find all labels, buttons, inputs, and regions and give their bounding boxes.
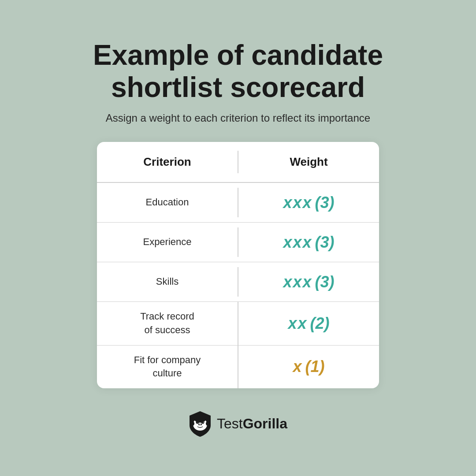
weight-x-experience: xxx — [283, 233, 312, 252]
subtitle: Assign a weight to each criterion to ref… — [106, 112, 370, 124]
table-header: Criterion Weight — [97, 142, 379, 183]
weight-num-track-record: (2) — [310, 314, 330, 333]
brand-footer: TestGorilla — [189, 410, 287, 437]
svg-point-6 — [198, 424, 200, 425]
brand-name-plain: Test — [217, 416, 243, 431]
weight-education: xxx (3) — [238, 186, 379, 220]
brand-name: TestGorilla — [217, 416, 287, 432]
criterion-skills: Skills — [97, 267, 238, 297]
svg-point-10 — [194, 414, 206, 423]
weight-x-education: xxx — [283, 193, 312, 212]
table-row: Track recordof success xx (2) — [97, 302, 379, 346]
weight-experience: xxx (3) — [238, 225, 379, 260]
table-row: Experience xxx (3) — [97, 223, 379, 262]
weight-skills: xxx (3) — [238, 265, 379, 299]
table-row: Education xxx (3) — [97, 183, 379, 223]
weight-x-track-record: xx — [288, 314, 307, 333]
header-criterion: Criterion — [97, 151, 238, 173]
weight-num-education: (3) — [315, 193, 335, 212]
scorecard-table: Criterion Weight Education xxx (3) Exper… — [97, 142, 379, 388]
weight-culture: x (1) — [238, 350, 379, 384]
brand-logo-icon — [189, 410, 212, 437]
svg-point-7 — [201, 424, 202, 425]
page-container: Example of candidate shortlist scorecard… — [0, 0, 476, 476]
weight-num-experience: (3) — [315, 233, 335, 252]
weight-num-skills: (3) — [315, 273, 335, 291]
weight-track-record: xx (2) — [238, 306, 379, 341]
main-title: Example of candidate shortlist scorecard — [62, 39, 414, 104]
table-row: Fit for companyculture x (1) — [97, 346, 379, 389]
brand-name-bold: Gorilla — [243, 416, 287, 431]
svg-point-8 — [191, 421, 194, 426]
criterion-track-record: Track recordof success — [97, 302, 238, 345]
svg-point-9 — [206, 421, 209, 426]
weight-num-culture: (1) — [305, 357, 325, 376]
criterion-education: Education — [97, 188, 238, 217]
criterion-experience: Experience — [97, 227, 238, 257]
criterion-culture: Fit for companyculture — [97, 346, 238, 389]
weight-x-skills: xxx — [283, 273, 312, 291]
weight-x-culture: x — [293, 357, 302, 376]
header-weight: Weight — [238, 151, 379, 173]
table-row: Skills xxx (3) — [97, 262, 379, 302]
